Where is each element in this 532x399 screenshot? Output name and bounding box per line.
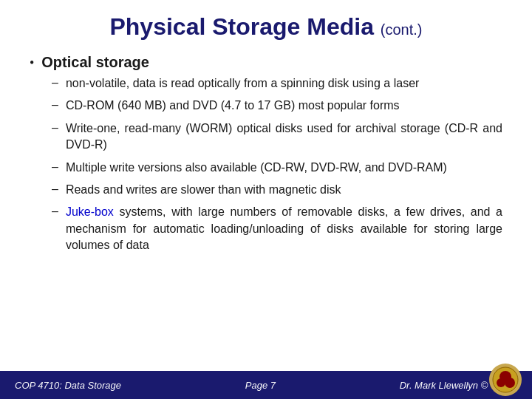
dash-3: – — [52, 121, 58, 134]
sub-bullet-2: – CD-ROM (640 MB) and DVD (4.7 to 17 GB)… — [52, 98, 502, 114]
sub-text-2: CD-ROM (640 MB) and DVD (4.7 to 17 GB) m… — [66, 98, 400, 114]
dash-5: – — [52, 183, 58, 196]
slide-title: Physical Storage Media (cont.) — [30, 13, 502, 41]
logo-circle — [489, 364, 522, 396]
sub-text-3: Write-one, read-many (WORM) optical disk… — [66, 120, 502, 154]
jukebox-highlight: Juke-box — [66, 205, 114, 218]
sub-bullets: – non-volatile, data is read optically f… — [52, 75, 502, 254]
dash-4: – — [52, 160, 58, 174]
footer-logo — [489, 364, 525, 399]
sub-bullet-1: – non-volatile, data is read optically f… — [52, 75, 502, 92]
footer-left: COP 4710: Data Storage — [15, 380, 121, 391]
bullet-marker: • — [30, 55, 34, 71]
sub-bullet-4: – Multiple write versions also available… — [52, 160, 502, 176]
svg-point-3 — [497, 378, 505, 387]
sub-text-1: non-volatile, data is read optically fro… — [66, 75, 419, 92]
sub-text-6: Juke-box systems, with large numbers of … — [66, 204, 502, 253]
footer-center: Page 7 — [245, 380, 276, 391]
sub-text-4: Multiple write versions also available (… — [66, 160, 447, 176]
sub-bullet-6: – Juke-box systems, with large numbers o… — [52, 204, 502, 253]
slide: Physical Storage Media (cont.) • Optical… — [0, 0, 532, 399]
dash-2: – — [52, 98, 58, 112]
title-main: Physical Storage Media — [109, 13, 373, 40]
sub-bullet-3: – Write-one, read-many (WORM) optical di… — [52, 120, 502, 154]
bullet-level1: • Optical storage — [30, 54, 502, 71]
bullet1-text: Optical storage — [41, 54, 149, 71]
title-cont: (cont.) — [381, 21, 423, 38]
footer: COP 4710: Data Storage Page 7 Dr. Mark L… — [0, 371, 532, 399]
dash-1: – — [52, 76, 58, 89]
sub-text-5: Reads and writes are slower than with ma… — [66, 182, 341, 198]
svg-point-2 — [505, 378, 515, 388]
sub-bullet-5: – Reads and writes are slower than with … — [52, 182, 502, 198]
dash-6: – — [52, 205, 58, 218]
main-content: Physical Storage Media (cont.) • Optical… — [0, 0, 532, 371]
